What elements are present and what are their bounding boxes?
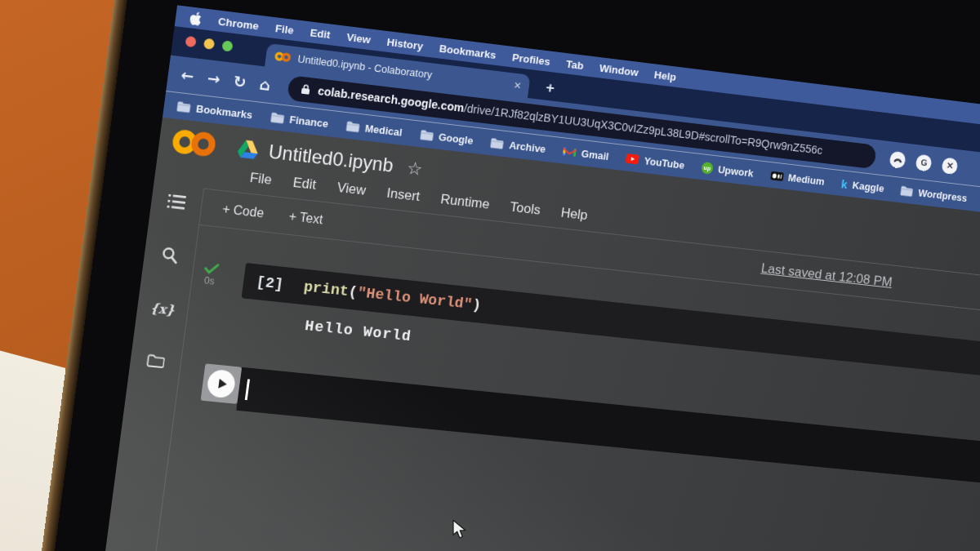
menu-item-tab[interactable]: Tab [565, 57, 584, 71]
variables-icon[interactable]: {x} [149, 300, 176, 318]
bookmark-label: Wordpress [918, 186, 969, 203]
laptop: Chrome File Edit View History Bookmarks … [20, 0, 980, 551]
laptop-screen: Chrome File Edit View History Bookmarks … [75, 5, 980, 551]
arc-extension-icon[interactable] [889, 150, 906, 168]
add-text-button[interactable]: + Text [288, 209, 324, 227]
menu-item-edit[interactable]: Edit [310, 26, 331, 41]
bookmark-kaggle[interactable]: k Kaggle [840, 177, 885, 195]
play-icon [206, 369, 236, 399]
bookmark-label: Google [438, 131, 474, 146]
bookmark-label: Archive [509, 139, 547, 155]
bookmark-google[interactable]: Google [419, 128, 474, 146]
bookmark-archive[interactable]: Archive [490, 136, 546, 154]
run-cell-button[interactable] [201, 363, 243, 404]
text-cursor [245, 379, 250, 400]
files-icon[interactable] [146, 353, 166, 369]
bookmark-gmail[interactable]: Gmail [563, 145, 610, 162]
bookmark-label: YouTube [644, 154, 685, 171]
back-icon[interactable]: ← [180, 65, 194, 85]
folder-icon [420, 129, 434, 141]
execution-count: [2] [255, 273, 284, 293]
folder-icon [900, 185, 914, 197]
zoom-window-button[interactable] [221, 40, 233, 51]
search-icon[interactable] [160, 246, 179, 264]
bookmark-youtube[interactable]: YouTube [626, 153, 685, 171]
menu-item-help[interactable]: Help [653, 69, 677, 83]
success-check-icon [203, 262, 220, 276]
star-icon[interactable]: ☆ [406, 158, 424, 179]
home-icon[interactable]: ⌂ [259, 75, 272, 94]
close-window-button[interactable] [185, 36, 196, 47]
medium-icon [770, 171, 784, 180]
cell-gutter: 0s [200, 259, 246, 299]
upwork-icon: up [701, 161, 714, 174]
colab-menu-insert[interactable]: Insert [385, 185, 421, 205]
add-code-button[interactable]: + Code [221, 202, 265, 220]
mouse-cursor-icon [452, 519, 470, 543]
menu-item-view[interactable]: View [346, 31, 372, 46]
reload-icon[interactable]: ↻ [233, 72, 247, 91]
menu-item-profiles[interactable]: Profiles [511, 51, 550, 67]
bookmark-medium[interactable]: Medium [770, 169, 826, 187]
last-saved-status[interactable]: Last saved at 12:08 PM [760, 260, 893, 291]
bookmark-label: Upwork [717, 163, 754, 179]
google-drive-icon [237, 139, 260, 159]
code-token-string: "Hello World" [356, 284, 473, 313]
bookmark-bookmarks[interactable]: Bookmarks [176, 100, 253, 121]
bookmark-label: Medical [364, 122, 403, 138]
menu-item-chrome[interactable]: Chrome [217, 15, 260, 32]
colab-menu-view[interactable]: View [336, 180, 368, 198]
minimize-window-button[interactable] [203, 38, 215, 50]
colab-favicon [274, 51, 292, 63]
bookmark-label: Medium [787, 171, 825, 187]
menu-item-history[interactable]: History [386, 36, 424, 52]
apple-icon[interactable] [189, 11, 203, 25]
menu-item-file[interactable]: File [274, 22, 294, 36]
youtube-icon [626, 153, 639, 164]
code-token-function: print [303, 278, 350, 300]
gmail-icon [563, 146, 577, 158]
folder-icon [176, 100, 191, 113]
bookmark-medical[interactable]: Medical [345, 120, 403, 139]
bookmark-upwork[interactable]: up Upwork [701, 161, 754, 179]
bookmark-label: Finance [289, 113, 329, 129]
colab-menu-help[interactable]: Help [560, 205, 589, 224]
colab-menu-edit[interactable]: Edit [292, 175, 317, 193]
lock-icon[interactable] [301, 83, 311, 96]
bookmark-label: Bookmarks [195, 102, 253, 121]
folder-icon [490, 137, 505, 149]
colab-menu-runtime[interactable]: Runtime [439, 191, 490, 212]
colab-menu-file[interactable]: File [249, 170, 273, 189]
colab-logo[interactable] [169, 126, 219, 160]
forward-icon[interactable]: → [207, 69, 221, 88]
folder-icon [270, 112, 285, 124]
bookmark-label: Kaggle [852, 179, 885, 194]
code-token-close-paren: ) [471, 296, 483, 314]
bookmark-wordpress[interactable]: Wordpress [900, 184, 968, 204]
bookmark-finance[interactable]: Finance [270, 111, 329, 130]
folder-icon [345, 121, 360, 133]
kaggle-icon: k [840, 177, 849, 191]
tab-close-icon[interactable]: ✕ [513, 79, 522, 91]
url-domain: colab.research.google.com [317, 84, 465, 114]
cross-extension-icon[interactable]: ✕ [942, 157, 959, 175]
menu-item-window[interactable]: Window [599, 62, 639, 78]
colab-menu-tools[interactable]: Tools [509, 199, 541, 218]
table-of-contents-icon[interactable] [167, 194, 186, 210]
bookmark-label: Gmail [581, 147, 609, 162]
execution-time: 0s [203, 275, 215, 287]
google-extension-icon[interactable]: G [915, 153, 933, 171]
menu-item-bookmarks[interactable]: Bookmarks [439, 42, 497, 60]
extension-icons: G ✕ [889, 150, 959, 175]
window-controls [185, 36, 233, 52]
new-tab-button[interactable]: + [545, 78, 555, 96]
